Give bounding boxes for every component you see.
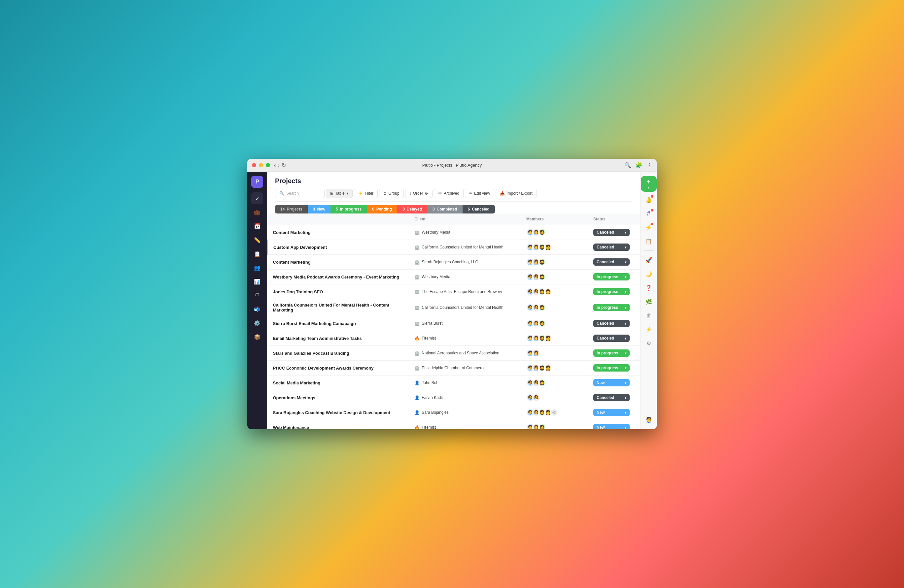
status-completed[interactable]: 0 Completed	[427, 205, 463, 213]
avatar[interactable]: 🧔	[538, 319, 546, 327]
status-badge[interactable]: Canceled▾	[593, 394, 630, 401]
avatar[interactable]: 🧔	[538, 304, 546, 312]
project-name[interactable]: Content Marketing	[273, 260, 311, 265]
status-inprogress[interactable]: 5 In progress	[330, 205, 367, 213]
status-badge[interactable]: Canceled▾	[593, 320, 630, 327]
avatar[interactable]: 🧔	[538, 379, 546, 387]
status-badge[interactable]: Canceled▾	[593, 244, 630, 251]
theme-button[interactable]: 🌙	[643, 268, 655, 280]
minimize-button[interactable]	[259, 163, 263, 167]
sidebar-item-notes[interactable]: ✏️	[251, 234, 263, 246]
sidebar-item-projects[interactable]: 💼	[251, 206, 263, 218]
project-name[interactable]: Content Marketing	[273, 230, 311, 235]
status-badge[interactable]: In progress▾	[593, 288, 630, 295]
status-badge[interactable]: New▾	[593, 409, 630, 416]
client-name[interactable]: Sarah Bojangles Coaching, LLC	[422, 260, 478, 264]
client-name[interactable]: Sierra Burst	[422, 321, 443, 326]
archived-button[interactable]: 👁 Archived	[434, 189, 463, 198]
avatar[interactable]: 🧔	[538, 229, 546, 236]
project-name[interactable]: Sierra Burst Email Marketing Camapaign	[273, 321, 356, 326]
trash-button[interactable]: 🗑	[643, 309, 655, 322]
client-name[interactable]: John Bob	[422, 380, 438, 385]
status-badge[interactable]: Canceled▾	[593, 259, 630, 266]
client-name[interactable]: Firemist	[422, 336, 436, 341]
power-button[interactable]: ⚡	[643, 323, 655, 335]
status-badge[interactable]: In progress▾	[593, 304, 630, 311]
project-name[interactable]: PHCC Economic Development Awards Ceremon…	[273, 366, 374, 370]
client-name[interactable]: California Counselors United for Mental …	[422, 305, 503, 310]
avatar[interactable]: 🧔	[538, 258, 546, 266]
close-button[interactable]	[252, 163, 256, 167]
project-name[interactable]: Westbury Media Podcast Awards Ceremony -…	[273, 274, 400, 279]
status-badge[interactable]: New▾	[593, 424, 630, 429]
avatar[interactable]: 👩	[544, 243, 552, 251]
project-name[interactable]: Stars and Galaxies Podcast Branding	[273, 351, 349, 356]
edit-view-button[interactable]: ✏ Edit view	[465, 189, 494, 198]
status-badge[interactable]: In progress▾	[593, 273, 630, 281]
status-badge[interactable]: In progress▾	[593, 350, 630, 357]
status-badge[interactable]: In progress▾	[593, 364, 630, 372]
integrations-button[interactable]: 🌿	[643, 296, 655, 307]
avatar[interactable]: 👩	[544, 334, 552, 342]
sidebar-item-storage[interactable]: 📦	[251, 331, 263, 343]
hashtag-button[interactable]: #	[643, 208, 655, 219]
order-button[interactable]: ↕ Order ⚙	[405, 189, 433, 198]
status-canceled[interactable]: 6 Canceled	[463, 205, 495, 213]
avatar[interactable]: 👩‍💼	[532, 394, 540, 402]
project-name[interactable]: Operations Meetings	[273, 395, 316, 400]
more-icon[interactable]: ⋮	[647, 162, 652, 168]
activity-button[interactable]: ⚡	[643, 221, 655, 233]
sidebar-item-reports[interactable]: 📊	[251, 276, 263, 287]
client-name[interactable]: Firemist	[422, 425, 436, 429]
client-name[interactable]: The Escape Artist Escape Room and Brewer…	[422, 289, 502, 294]
avatar[interactable]: 👩	[544, 364, 552, 372]
search-input-wrap[interactable]: 🔍 Search	[275, 189, 324, 198]
maximize-button[interactable]	[266, 163, 270, 167]
project-name[interactable]: Sara Bojangles Coaching Website Design &…	[273, 410, 390, 415]
import-export-button[interactable]: 📥 Import / Export	[496, 189, 537, 198]
status-badge[interactable]: Canceled▾	[593, 334, 630, 342]
puzzle-icon[interactable]: 🧩	[635, 162, 642, 168]
group-button[interactable]: ⊙ Group	[379, 189, 403, 198]
client-name[interactable]: Sara Bojangles	[422, 410, 448, 415]
project-name[interactable]: Custom App Development	[273, 245, 327, 250]
status-badge[interactable]: New▾	[593, 379, 630, 386]
avatar[interactable]: 👩‍💼	[532, 349, 540, 357]
settings2-button[interactable]: ⚙	[643, 337, 655, 349]
sidebar-item-settings[interactable]: ⚙️	[251, 317, 263, 329]
forward-button[interactable]: ›	[278, 162, 279, 168]
status-badge[interactable]: Canceled▾	[593, 229, 630, 236]
client-name[interactable]: Farvin Kadir	[422, 395, 443, 400]
project-name[interactable]: Jones Dog Training SEO	[273, 289, 323, 294]
sidebar-item-boards[interactable]: 📋	[251, 248, 263, 260]
project-name[interactable]: Social Media Marketing	[273, 380, 321, 385]
sidebar-item-time[interactable]: ⏱	[251, 289, 263, 301]
status-new[interactable]: 3 New	[308, 205, 330, 213]
rocket-button[interactable]: 🚀	[643, 254, 655, 266]
sidebar-item-calendar[interactable]: 📅	[251, 220, 263, 232]
client-name[interactable]: Westbury Media	[422, 230, 450, 235]
client-name[interactable]: Philadelphia Chamber of Commerce	[422, 366, 485, 370]
status-pending[interactable]: 0 Pending	[367, 205, 397, 213]
avatar[interactable]: 🧔	[538, 273, 546, 281]
search-icon[interactable]: 🔍	[624, 162, 631, 168]
client-name[interactable]: National Aeronautics and Space Associati…	[422, 351, 499, 355]
reload-button[interactable]: ↻	[281, 162, 286, 168]
avatar[interactable]: 🧔	[538, 423, 546, 429]
sidebar-item-clients[interactable]: 👥	[251, 262, 263, 274]
client-name[interactable]: Westbury Media	[422, 274, 450, 279]
clipboard-button[interactable]: 📋	[643, 235, 655, 247]
avatar[interactable]: 👩	[544, 288, 552, 296]
table-view-button[interactable]: ⊞ Table ▾	[326, 189, 352, 198]
status-delayed[interactable]: 0 Delayed	[397, 205, 427, 213]
user-avatar[interactable]: 🧑‍💼	[643, 415, 654, 425]
app-logo[interactable]: P	[251, 176, 263, 188]
back-button[interactable]: ‹	[274, 162, 276, 168]
client-name[interactable]: California Counselors United for Mental …	[422, 245, 503, 249]
sidebar-item-inbox[interactable]: 📬	[251, 303, 263, 315]
help-button[interactable]: ❓	[643, 282, 655, 294]
project-name[interactable]: Email Marketing Team Administrative Task…	[273, 336, 362, 341]
project-name[interactable]: Web Maintenance	[273, 425, 309, 430]
sidebar-item-tasks[interactable]: ✓	[251, 192, 263, 204]
filter-button[interactable]: ⚡ Filter	[354, 189, 378, 198]
